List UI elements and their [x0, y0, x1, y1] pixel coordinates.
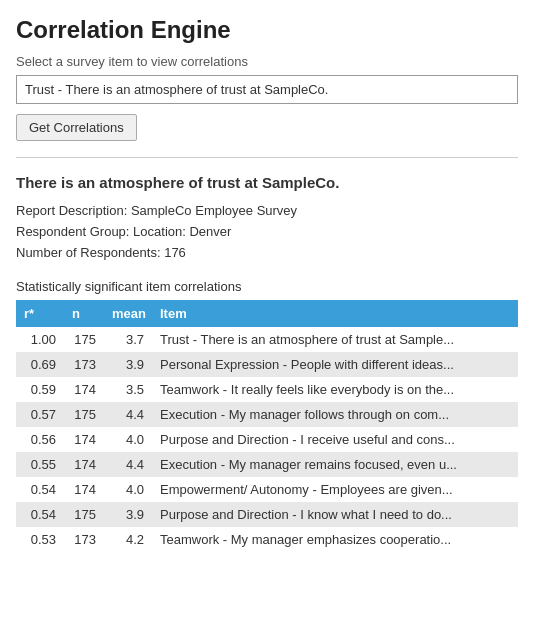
cell-n: 173 [64, 352, 104, 377]
cell-n: 174 [64, 452, 104, 477]
cell-r: 0.53 [16, 527, 64, 552]
cell-r: 0.54 [16, 502, 64, 527]
report-description-value: SampleCo Employee Survey [131, 203, 297, 218]
table-row: 0.691733.9Personal Expression - People w… [16, 352, 518, 377]
cell-n: 175 [64, 327, 104, 352]
correlations-label: Statistically significant item correlati… [16, 279, 518, 294]
survey-item-select[interactable]: Trust - There is an atmosphere of trust … [16, 75, 518, 104]
cell-item: Purpose and Direction - I know what I ne… [152, 502, 518, 527]
num-respondents-value: 176 [164, 245, 186, 260]
cell-item: Purpose and Direction - I receive useful… [152, 427, 518, 452]
cell-mean: 4.0 [104, 477, 152, 502]
cell-item: Execution - My manager follows through o… [152, 402, 518, 427]
table-row: 0.531734.2Teamwork - My manager emphasiz… [16, 527, 518, 552]
respondent-group-label: Respondent Group: [16, 224, 129, 239]
cell-n: 173 [64, 527, 104, 552]
cell-n: 175 [64, 502, 104, 527]
table-header-row: r* n mean Item [16, 300, 518, 327]
col-header-r: r* [16, 300, 64, 327]
cell-item: Personal Expression - People with differ… [152, 352, 518, 377]
report-description-line: Report Description: SampleCo Employee Su… [16, 201, 518, 222]
respondent-group-value: Location: Denver [133, 224, 231, 239]
cell-r: 0.54 [16, 477, 64, 502]
cell-r: 1.00 [16, 327, 64, 352]
section-divider [16, 157, 518, 158]
cell-n: 174 [64, 427, 104, 452]
meta-section: Report Description: SampleCo Employee Su… [16, 201, 518, 263]
table-row: 0.541744.0Empowerment/ Autonomy - Employ… [16, 477, 518, 502]
col-header-mean: mean [104, 300, 152, 327]
cell-mean: 3.9 [104, 502, 152, 527]
item-title: There is an atmosphere of trust at Sampl… [16, 174, 518, 191]
col-header-item: Item [152, 300, 518, 327]
cell-item: Teamwork - My manager emphasizes coopera… [152, 527, 518, 552]
cell-n: 174 [64, 477, 104, 502]
cell-r: 0.57 [16, 402, 64, 427]
cell-item: Teamwork - It really feels like everybod… [152, 377, 518, 402]
cell-n: 174 [64, 377, 104, 402]
cell-r: 0.55 [16, 452, 64, 477]
cell-r: 0.59 [16, 377, 64, 402]
table-row: 0.551744.4Execution - My manager remains… [16, 452, 518, 477]
table-row: 0.561744.0Purpose and Direction - I rece… [16, 427, 518, 452]
cell-mean: 3.9 [104, 352, 152, 377]
respondent-group-line: Respondent Group: Location: Denver [16, 222, 518, 243]
table-row: 0.541753.9Purpose and Direction - I know… [16, 502, 518, 527]
cell-mean: 4.0 [104, 427, 152, 452]
select-label: Select a survey item to view correlation… [16, 54, 518, 69]
cell-mean: 4.2 [104, 527, 152, 552]
get-correlations-button[interactable]: Get Correlations [16, 114, 137, 141]
cell-mean: 4.4 [104, 452, 152, 477]
page-title: Correlation Engine [16, 16, 518, 44]
cell-n: 175 [64, 402, 104, 427]
cell-item: Trust - There is an atmosphere of trust … [152, 327, 518, 352]
table-row: 0.571754.4Execution - My manager follows… [16, 402, 518, 427]
report-description-label: Report Description: [16, 203, 127, 218]
table-row: 1.001753.7Trust - There is an atmosphere… [16, 327, 518, 352]
col-header-n: n [64, 300, 104, 327]
cell-item: Empowerment/ Autonomy - Employees are gi… [152, 477, 518, 502]
cell-r: 0.56 [16, 427, 64, 452]
correlations-table: r* n mean Item 1.001753.7Trust - There i… [16, 300, 518, 552]
cell-mean: 4.4 [104, 402, 152, 427]
table-row: 0.591743.5Teamwork - It really feels lik… [16, 377, 518, 402]
cell-mean: 3.5 [104, 377, 152, 402]
num-respondents-line: Number of Respondents: 176 [16, 243, 518, 264]
cell-item: Execution - My manager remains focused, … [152, 452, 518, 477]
cell-mean: 3.7 [104, 327, 152, 352]
cell-r: 0.69 [16, 352, 64, 377]
num-respondents-label: Number of Respondents: [16, 245, 161, 260]
